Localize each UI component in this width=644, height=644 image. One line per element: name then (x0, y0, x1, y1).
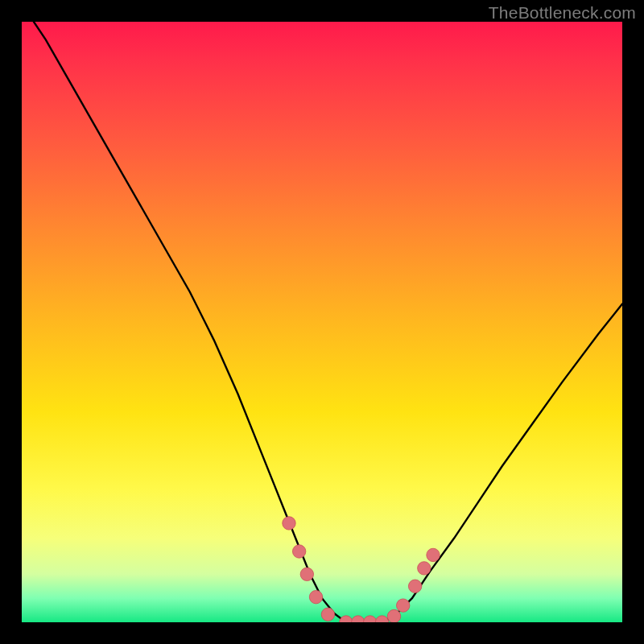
watermark-text: TheBottleneck.com (489, 3, 636, 23)
chart-frame: TheBottleneck.com (0, 0, 644, 644)
plot-gradient-background (22, 22, 622, 622)
